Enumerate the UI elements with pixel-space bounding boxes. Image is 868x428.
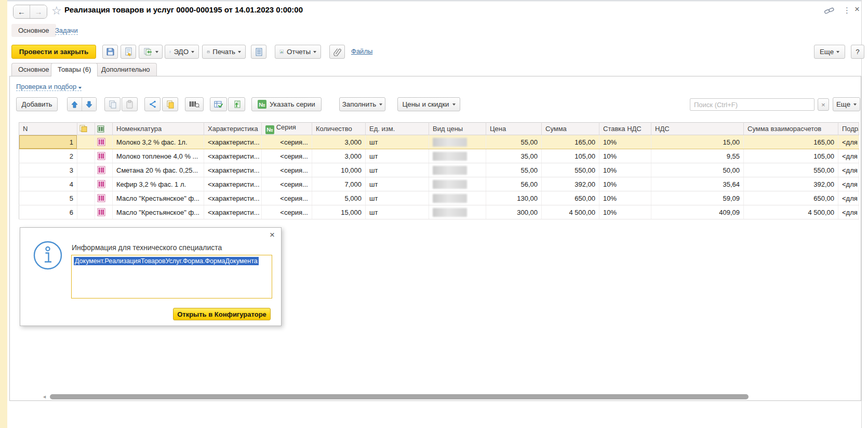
close-window-icon[interactable]: × — [854, 4, 860, 15]
col-header-marker[interactable] — [77, 123, 95, 135]
cell-settlement-sum[interactable]: 650,00 — [744, 191, 838, 205]
cell-qty[interactable]: 10,000 — [312, 163, 366, 177]
cell-barcode[interactable] — [95, 177, 113, 191]
cell-settlement-sum[interactable]: 165,00 — [744, 135, 838, 149]
edo-button[interactable]: ЭДО — [165, 45, 199, 59]
cell-qty[interactable]: 3,000 — [312, 149, 366, 163]
col-header-sum[interactable]: Сумма — [542, 123, 599, 135]
cell-nomenclature[interactable]: Сметана 20 % фас. 0,25... — [113, 163, 204, 177]
print-button[interactable]: Печать — [202, 45, 246, 59]
cell-series[interactable]: <серия... — [262, 135, 312, 149]
col-header-price[interactable]: Цена — [486, 123, 542, 135]
cell-marker[interactable] — [77, 163, 95, 177]
col-header-n[interactable]: N — [19, 123, 77, 135]
cell-marker[interactable] — [77, 135, 95, 149]
move-up-button[interactable] — [68, 98, 82, 111]
cell-marker[interactable] — [77, 205, 95, 219]
cell-vat[interactable]: 409,09 — [651, 205, 744, 219]
col-header-qty[interactable]: Количество — [312, 123, 366, 135]
post-document-button[interactable] — [121, 45, 136, 59]
form-more-button[interactable]: Еще — [814, 45, 845, 59]
cell-line-number[interactable]: 3 — [19, 163, 77, 177]
cell-barcode[interactable] — [95, 149, 113, 163]
cell-line-number[interactable]: 1 — [19, 135, 77, 149]
cell-price-type[interactable] — [429, 163, 486, 177]
goods-row[interactable]: 6 Масло "Крестьянское" ф... <характерист… — [19, 205, 859, 219]
cell-nomenclature[interactable]: Молоко топленое 4,0 % ... — [113, 149, 204, 163]
cell-sum[interactable]: 4 500,00 — [542, 205, 599, 219]
files-link[interactable]: Файлы — [351, 47, 372, 55]
favorite-star-icon[interactable]: ☆ — [51, 4, 62, 18]
cell-department[interactable]: <для — [838, 135, 859, 149]
cell-nomenclature[interactable]: Масло "Крестьянское" ф... — [113, 205, 204, 219]
cell-vat-rate[interactable]: 10% — [599, 149, 651, 163]
cell-price-type[interactable] — [429, 191, 486, 205]
cell-settlement-sum[interactable]: 392,00 — [744, 177, 838, 191]
movements-register-button[interactable] — [251, 45, 266, 59]
col-header-vat[interactable]: НДС — [651, 123, 744, 135]
add-row-button[interactable]: Добавить — [16, 97, 58, 111]
cell-vat-rate[interactable]: 10% — [599, 177, 651, 191]
cell-vat[interactable]: 15,00 — [651, 135, 744, 149]
cell-series[interactable]: <серия... — [262, 177, 312, 191]
cell-marker[interactable] — [77, 191, 95, 205]
cell-sum[interactable]: 165,00 — [542, 135, 599, 149]
cell-sum[interactable]: 105,00 — [542, 149, 599, 163]
cell-barcode[interactable] — [95, 191, 113, 205]
cell-sum[interactable]: 392,00 — [542, 177, 599, 191]
cell-vat-rate[interactable]: 10% — [599, 191, 651, 205]
copy-special-button[interactable] — [162, 97, 178, 111]
clear-search-button[interactable]: × — [818, 98, 829, 111]
cell-sum[interactable]: 650,00 — [542, 191, 599, 205]
cell-characteristic[interactable]: <характеристи... — [204, 163, 262, 177]
tab-main[interactable]: Основное — [11, 63, 56, 76]
cell-line-number[interactable]: 6 — [19, 205, 77, 219]
cell-unit[interactable]: шт — [366, 205, 429, 219]
cell-price[interactable]: 55,00 — [486, 135, 542, 149]
nav-tab-main[interactable]: Основное — [11, 24, 56, 37]
cell-unit[interactable]: шт — [366, 177, 429, 191]
cell-characteristic[interactable]: <характеристи... — [204, 135, 262, 149]
cell-line-number[interactable]: 2 — [19, 149, 77, 163]
cell-qty[interactable]: 5,000 — [312, 191, 366, 205]
cell-department[interactable]: <для — [838, 205, 859, 219]
goods-row[interactable]: 2 Молоко топленое 4,0 % ... <характерист… — [19, 149, 859, 163]
cell-vat[interactable]: 9,55 — [651, 149, 744, 163]
cell-price-type[interactable] — [429, 205, 486, 219]
cell-vat[interactable]: 50,00 — [651, 163, 744, 177]
paste-row-button[interactable] — [122, 97, 138, 111]
cell-price-type[interactable] — [429, 177, 486, 191]
horizontal-scrollbar-thumb[interactable] — [50, 394, 749, 399]
col-header-characteristic[interactable]: Характеристика — [204, 123, 262, 135]
cell-vat-rate[interactable]: 10% — [599, 163, 651, 177]
get-link-icon[interactable] — [824, 7, 835, 16]
cell-barcode[interactable] — [95, 163, 113, 177]
cell-line-number[interactable]: 4 — [19, 177, 77, 191]
col-header-nomenclature[interactable]: Номенклатура — [113, 123, 204, 135]
cell-price[interactable]: 55,00 — [486, 163, 542, 177]
cell-characteristic[interactable]: <характеристи... — [204, 177, 262, 191]
cell-department[interactable]: <для — [838, 177, 859, 191]
fill-button[interactable]: Заполнить — [339, 97, 385, 111]
goods-row[interactable]: 4 Кефир 3,2 % фас. 1 л. <характеристи...… — [19, 177, 859, 191]
cell-settlement-sum[interactable]: 550,00 — [744, 163, 838, 177]
cell-marker[interactable] — [77, 149, 95, 163]
open-in-configurator-button[interactable]: Открыть в Конфигураторе — [173, 308, 271, 320]
cell-price-type[interactable] — [429, 135, 486, 149]
col-header-settlement-sum[interactable]: Сумма взаиморасчетов — [744, 123, 838, 135]
col-header-unit[interactable]: Ед. изм. — [366, 123, 429, 135]
search-input[interactable] — [690, 98, 814, 111]
cell-price[interactable]: 300,00 — [486, 205, 542, 219]
prices-discounts-button[interactable]: Цены и скидки — [397, 97, 460, 111]
cell-vat[interactable]: 35,64 — [651, 177, 744, 191]
cell-vat-rate[interactable]: 10% — [599, 205, 651, 219]
cell-qty[interactable]: 3,000 — [312, 135, 366, 149]
cell-sum[interactable]: 550,00 — [542, 163, 599, 177]
cell-marker[interactable] — [77, 177, 95, 191]
col-header-department[interactable]: Подра — [838, 123, 859, 135]
cell-barcode[interactable] — [95, 205, 113, 219]
cell-unit[interactable]: шт — [366, 191, 429, 205]
tab-extra[interactable]: Дополнительно — [95, 63, 157, 76]
attachments-button[interactable] — [329, 45, 345, 59]
more-menu-icon[interactable]: ⋮ — [843, 6, 851, 15]
